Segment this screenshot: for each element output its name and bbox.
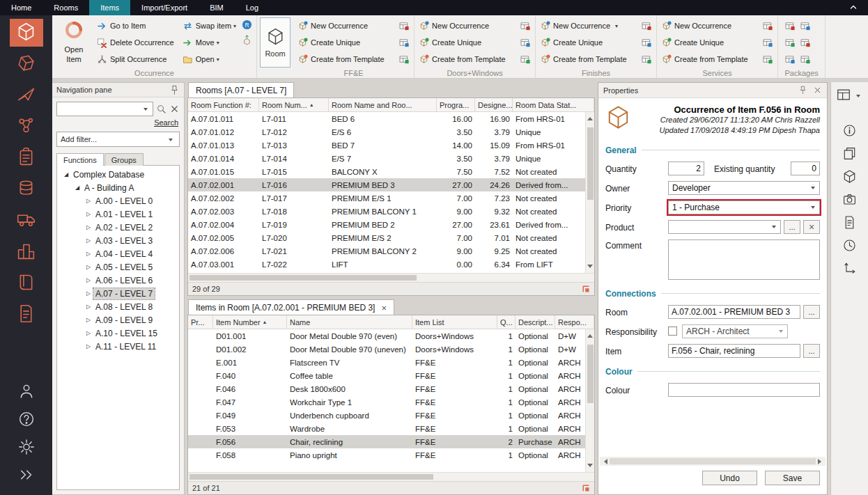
dw-new-occurrence-button[interactable]: New Occurrence — [419, 17, 531, 34]
tree-node-level-15[interactable]: ▷ A.10 - LEVEL 15 — [57, 327, 179, 340]
documents-icon[interactable] — [837, 143, 862, 166]
rooms-horizontal-scrollbar[interactable] — [188, 273, 594, 282]
item-row[interactable]: F.049 Underbench cupboard FF&E 1 Optiona… — [188, 409, 585, 422]
column-header[interactable]: Pr... — [188, 315, 213, 329]
items-module-icon[interactable] — [10, 19, 43, 47]
chevron-down-icon[interactable] — [141, 105, 150, 113]
search-input[interactable] — [56, 102, 153, 116]
tree-node-level-11[interactable]: ▷ A.11 - LEVEL 11 — [57, 340, 179, 353]
scroll-down-icon[interactable] — [587, 265, 593, 271]
item-row[interactable]: F.056 Chair, reclining FF&E 2 Purchase A… — [188, 435, 585, 448]
tree-expand-icon[interactable]: ▷ — [84, 224, 93, 230]
scrollbar-thumb[interactable] — [587, 127, 594, 200]
services-new-occurrence-button[interactable]: New Occurrence — [661, 17, 773, 34]
responsibility-select[interactable]: ARCH - Architect — [682, 324, 788, 338]
reports-module-icon[interactable] — [10, 301, 43, 329]
rooms-tab[interactable]: Rooms [A.07 - LEVEL 7] — [188, 82, 294, 98]
pin-icon[interactable] — [798, 86, 807, 95]
package-icon-3[interactable] — [785, 38, 796, 48]
column-header[interactable]: Item Number ▲ — [213, 315, 287, 329]
scroll-right-icon[interactable] — [818, 459, 824, 464]
column-header[interactable]: Descript... — [516, 315, 555, 329]
grid-green-icon[interactable] — [520, 54, 531, 65]
axis-icon[interactable] — [837, 258, 862, 281]
column-header[interactable]: Room Data Stat... — [513, 98, 594, 111]
moves-module-icon[interactable] — [10, 81, 43, 109]
scrollbar-thumb[interactable] — [587, 345, 594, 403]
room-row[interactable]: A.07.02.003 L7-018 PREMIUM BALCONY 1 9.0… — [188, 205, 585, 218]
item-row[interactable]: F.058 Piano upright FF&E 1 Optional ARCH — [188, 448, 585, 462]
settings-icon[interactable] — [10, 435, 43, 461]
chevron-down-icon[interactable] — [853, 92, 863, 100]
room-field[interactable] — [668, 305, 800, 319]
column-header[interactable]: Progra... — [437, 98, 475, 111]
column-header[interactable]: Room Num... ▲ — [259, 98, 329, 111]
open-item-button[interactable]: Open Item — [56, 17, 91, 68]
services-create-from-template-button[interactable]: Create from Template — [661, 51, 773, 68]
column-header[interactable]: Item List — [412, 315, 497, 329]
existing-quantity-input[interactable] — [791, 162, 820, 175]
column-header[interactable]: Room Function #: — [188, 98, 259, 111]
open-button[interactable]: Open ▾ — [180, 51, 239, 68]
occurrences-module-icon[interactable] — [10, 50, 43, 78]
tree-node-level-2[interactable]: ▷ A.02 - LEVEL 2 — [57, 221, 179, 234]
items-vertical-scrollbar[interactable] — [585, 329, 594, 472]
dw-create-from-template-button[interactable]: Create from Template — [419, 51, 531, 68]
collapse-ribbon-icon[interactable] — [839, 0, 868, 15]
room-row[interactable]: A.07.01.011 L7-011 BED 6 16.00 16.90 Fro… — [188, 112, 585, 125]
move-button[interactable]: Move ▾ — [180, 34, 239, 51]
grid-green-icon[interactable] — [399, 54, 410, 65]
room-row[interactable]: A.07.03.001 L7-022 LIFT 0.00 6.34 From L… — [188, 258, 585, 271]
tab-groups[interactable]: Groups — [104, 153, 144, 166]
colour-field[interactable] — [668, 383, 820, 397]
pin-icon[interactable] — [169, 85, 180, 95]
tree-expand-icon[interactable]: ◢ — [72, 184, 82, 191]
finance-module-icon[interactable] — [10, 175, 43, 203]
tree-node-level-8[interactable]: ▷ A.08 - LEVEL 8 — [57, 300, 179, 313]
rooms-vertical-scrollbar[interactable] — [585, 112, 594, 273]
tree-node-level-6[interactable]: ▷ A.06 - LEVEL 6 — [57, 274, 179, 287]
item-row[interactable]: F.053 Wardrobe FF&E 1 Optional ARCH — [188, 422, 585, 435]
tree-node-level-4[interactable]: ▷ A.04 - LEVEL 4 — [57, 247, 179, 260]
column-header[interactable]: Q... — [497, 315, 516, 329]
tree-expand-icon[interactable]: ▷ — [84, 251, 93, 257]
owner-select[interactable]: Developer — [668, 181, 820, 195]
close-icon[interactable]: × — [381, 304, 387, 313]
room-row[interactable]: A.07.01.014 L7-014 E/S 7 3.50 3.79 Uniqu… — [188, 152, 585, 165]
tree-expand-icon[interactable]: ▷ — [84, 343, 93, 349]
tree-expand-icon[interactable]: ▷ — [84, 237, 93, 244]
item-row[interactable]: E.001 Flatscreen TV FF&E 1 Optional ARCH — [188, 356, 585, 369]
delete-occurrence-button[interactable]: Delete Occurrence — [94, 34, 177, 51]
scroll-down-icon[interactable] — [587, 464, 593, 470]
revit-link-icon[interactable]: R — [242, 19, 252, 30]
search-icon[interactable] — [156, 104, 166, 114]
room-row[interactable]: A.07.02.004 L7-019 PREMIUM BED 2 27.00 2… — [188, 218, 585, 231]
help-icon[interactable] — [10, 407, 43, 433]
grid-green-icon[interactable] — [763, 54, 773, 65]
swap-item-button[interactable]: Swap item ▾ — [180, 17, 239, 34]
finishes-new-occurrence-button[interactable]: New Occurrence ▾ — [540, 17, 652, 34]
tree-expand-icon[interactable]: ▷ — [84, 264, 93, 270]
split-occurrence-button[interactable]: Split Occurrence — [94, 51, 177, 68]
save-button[interactable]: Save — [765, 471, 820, 485]
document-icon[interactable] — [837, 212, 862, 235]
column-header[interactable]: Designe... — [475, 98, 513, 111]
menu-home[interactable]: Home — [0, 0, 42, 15]
grid-green-icon[interactable] — [642, 54, 652, 65]
logistics-module-icon[interactable] — [10, 207, 43, 235]
services-create-unique-button[interactable]: Create Unique — [661, 34, 773, 51]
info-icon[interactable] — [837, 120, 862, 143]
package-icon-6[interactable] — [800, 54, 811, 65]
tree-expand-icon[interactable]: ▷ — [84, 277, 93, 283]
column-header[interactable]: Room Name and Roo... — [329, 98, 437, 111]
close-icon[interactable] — [813, 86, 822, 95]
item-ellipsis-button[interactable]: ... — [803, 344, 820, 358]
tree-node-level-7[interactable]: ▷ A.07 - LEVEL 7 — [57, 287, 179, 300]
go-to-item-button[interactable]: Go to Item — [94, 17, 177, 34]
tree-expand-icon[interactable]: ▷ — [84, 290, 93, 297]
ffe-create-from-template-button[interactable]: Create from Template — [297, 51, 410, 68]
room-row[interactable]: A.07.01.015 L7-015 BALCONY X 7.50 7.52 N… — [188, 165, 585, 178]
product-select[interactable] — [668, 220, 781, 234]
expand-sidebar-icon[interactable] — [10, 463, 43, 489]
dw-create-unique-button[interactable]: Create Unique — [419, 34, 531, 51]
